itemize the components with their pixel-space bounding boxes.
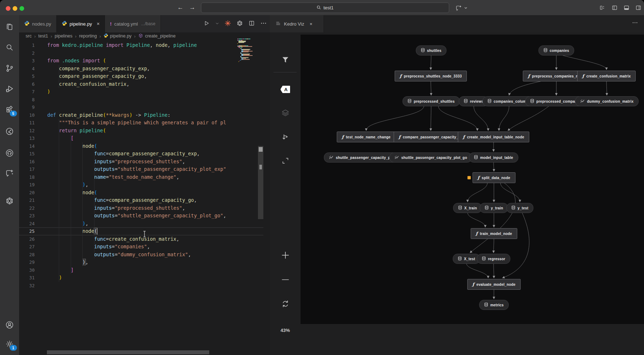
activity-item-search[interactable] xyxy=(5,43,14,52)
code-line-28[interactable]: 28 outputs="dummy_confusion_matrix", xyxy=(19,251,263,259)
toggle-labels-button[interactable]: A xyxy=(280,86,290,93)
activity-item-run-debug[interactable] xyxy=(5,84,14,94)
breadcrumb-item-create_pipeline[interactable]: create_pipeline xyxy=(138,33,176,39)
line-number[interactable]: 18 xyxy=(19,173,35,181)
code-line-19[interactable]: 19 ), xyxy=(19,181,263,189)
line-number[interactable]: 10 xyxy=(19,111,35,119)
line-number[interactable]: 24 xyxy=(19,220,35,228)
command-center-search[interactable]: test1 xyxy=(201,3,449,13)
code-line-25[interactable]: 25 node( xyxy=(19,227,263,235)
zoom-out-button[interactable] xyxy=(280,275,290,286)
run-dropdown-chevron[interactable] xyxy=(215,21,219,27)
line-number[interactable]: 25 xyxy=(19,228,35,235)
line-number[interactable]: 8 xyxy=(19,96,35,104)
code-line-1[interactable]: 1from kedro.pipeline import Pipeline, no… xyxy=(19,41,263,49)
zoom-in-button[interactable] xyxy=(280,250,290,262)
line-number[interactable]: 16 xyxy=(19,158,35,166)
more-actions-icon[interactable] xyxy=(632,19,638,27)
graph-node-compare_passenger_capacity_go[interactable]: ƒcompare_passenger_capacity_go xyxy=(394,132,468,142)
chevron-down-icon[interactable] xyxy=(464,6,468,10)
line-number[interactable]: 29 xyxy=(19,258,35,266)
line-number[interactable]: 27 xyxy=(19,243,35,251)
customize-layout-icon[interactable] xyxy=(599,4,606,11)
graph-node-X_test[interactable]: X_test xyxy=(453,254,480,264)
code-line-7[interactable]: 7) xyxy=(19,88,263,96)
line-number[interactable]: 13 xyxy=(19,134,35,142)
maximize-window-button[interactable] xyxy=(19,6,24,11)
code-line-14[interactable]: 14 node( xyxy=(19,142,263,150)
graph-node-model_input_table[interactable]: model_input_table xyxy=(469,152,518,163)
split-editor-icon[interactable] xyxy=(248,20,255,28)
line-number[interactable]: 14 xyxy=(19,142,35,150)
code-line-29[interactable]: 29 ), xyxy=(19,258,263,266)
activity-item-explorer[interactable] xyxy=(5,22,14,32)
code-line-3[interactable]: 3from .nodes import ( xyxy=(19,57,263,65)
code-line-16[interactable]: 16 inputs="preprocessed_shuttles", xyxy=(19,158,263,166)
close-icon[interactable]: × xyxy=(97,21,100,27)
line-number[interactable]: 23 xyxy=(19,212,35,220)
graph-node-companies[interactable]: companies xyxy=(538,45,574,56)
activity-item-settings[interactable]: 1 xyxy=(5,340,14,349)
line-number[interactable]: 6 xyxy=(19,80,35,88)
close-window-button[interactable] xyxy=(6,6,10,11)
code-line-6[interactable]: 6 create_confusion_matrix, xyxy=(19,80,263,88)
line-number[interactable]: 17 xyxy=(19,165,35,173)
activity-item-extensions[interactable]: 5 xyxy=(5,105,14,115)
line-number[interactable]: 19 xyxy=(19,181,35,189)
code-line-5[interactable]: 5 compare_passenger_capacity_go, xyxy=(19,72,263,80)
vertical-scrollbar[interactable] xyxy=(258,146,263,219)
activity-item-github[interactable] xyxy=(5,148,14,158)
graph-node-shuttle_passenger_capacity_plot_go[interactable]: shuttle_passenger_capacity_plot_go xyxy=(389,152,472,163)
horizontal-scrollbar[interactable] xyxy=(47,350,209,354)
graph-node-create_model_input_table_node[interactable]: ƒcreate_model_input_table_node xyxy=(458,132,529,142)
code-line-22[interactable]: 22 inputs="preprocessed_shuttles", xyxy=(19,204,263,212)
code-editor[interactable]: 1from kedro.pipeline import Pipeline, no… xyxy=(19,41,263,289)
line-number[interactable]: 3 xyxy=(19,57,35,65)
activity-item-copilot-chat[interactable] xyxy=(5,168,14,178)
graph-node-y_test[interactable]: y_test xyxy=(506,203,533,213)
breadcrumb-item-reporting[interactable]: reporting xyxy=(79,34,97,39)
line-number[interactable]: 20 xyxy=(19,189,35,197)
code-line-21[interactable]: 21 func=compare_passenger_capacity_go, xyxy=(19,196,263,204)
line-number[interactable]: 11 xyxy=(19,119,35,127)
line-number[interactable]: 21 xyxy=(19,196,35,204)
line-number[interactable]: 12 xyxy=(19,127,35,135)
graph-node-evaluate_model_node[interactable]: ƒevaluate_model_node xyxy=(467,279,521,290)
code-line-11[interactable]: 11 """This is a simple pipeline which ge… xyxy=(19,119,263,127)
code-line-31[interactable]: 31 ) xyxy=(19,274,263,282)
close-icon[interactable]: × xyxy=(310,21,312,27)
code-line-18[interactable]: 18 name="test_node_name_change", xyxy=(19,173,263,181)
graph-node-test_node_name_change[interactable]: ƒtest_node_name_change xyxy=(337,132,395,142)
code-line-17[interactable]: 17 outputs="shuttle_passenger_capacity_p… xyxy=(19,165,263,173)
tab-kedro-viz[interactable]: Kedro Viz × xyxy=(270,15,324,32)
line-number[interactable]: 5 xyxy=(19,72,35,80)
line-number[interactable]: 2 xyxy=(19,49,35,57)
chatgpt-icon[interactable] xyxy=(236,20,243,28)
tab-catalog.yml[interactable]: !catalog.yml.../base xyxy=(105,15,161,32)
graph-node-create_confusion_matrix[interactable]: ƒcreate_confusion_matrix xyxy=(577,71,636,81)
code-line-9[interactable]: 9 xyxy=(19,103,263,111)
graph-node-regressor[interactable]: regressor xyxy=(477,254,511,264)
code-line-12[interactable]: 12 return pipeline( xyxy=(19,127,263,135)
line-number[interactable]: 32 xyxy=(19,282,35,290)
graph-node-shuttles[interactable]: shuttles xyxy=(416,45,447,56)
code-line-26[interactable]: 26 func=create_confusion_matrix, xyxy=(19,235,263,243)
code-line-24[interactable]: 24 ), xyxy=(19,220,263,228)
toggle-panel-icon[interactable] xyxy=(623,4,630,11)
navigate-back-button[interactable]: ← xyxy=(176,4,184,11)
code-line-32[interactable]: 32 xyxy=(19,282,263,290)
minimize-window-button[interactable] xyxy=(13,6,17,11)
graph-node-train_model_node[interactable]: ƒtrain_model_node xyxy=(471,228,517,239)
code-line-8[interactable]: 8 xyxy=(19,96,263,104)
activity-item-source-control[interactable] xyxy=(5,64,14,73)
kedro-icon[interactable] xyxy=(224,20,231,28)
line-number[interactable]: 26 xyxy=(19,235,35,243)
graph-node-preprocess_shuttles_node_3333[interactable]: ƒpreprocess_shuttles_node_3333 xyxy=(395,71,467,81)
line-number[interactable]: 30 xyxy=(19,266,35,274)
line-number[interactable]: 9 xyxy=(19,103,35,111)
layers-button[interactable] xyxy=(281,108,290,119)
graph-node-split_data_node[interactable]: ƒsplit_data_node xyxy=(473,172,516,183)
navigate-forward-button[interactable]: → xyxy=(188,4,196,11)
filter-button[interactable] xyxy=(281,56,290,66)
code-line-30[interactable]: 30 ] xyxy=(19,266,263,274)
